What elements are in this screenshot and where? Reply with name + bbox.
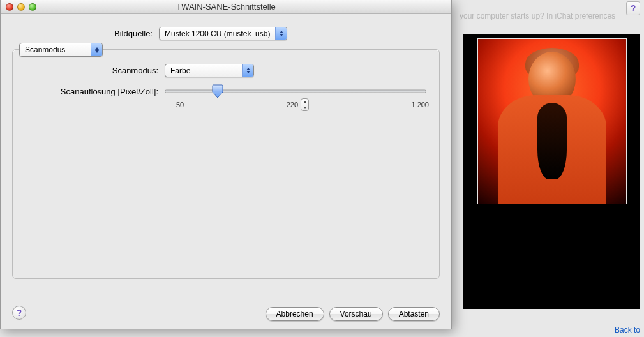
preview-button-label: Vorschau — [340, 310, 372, 318]
source-label: Bildquelle: — [12, 29, 159, 38]
resolution-slider[interactable] — [165, 86, 426, 96]
updown-icon — [242, 64, 253, 77]
resolution-max: 1 200 — [411, 101, 429, 109]
scan-preview-panel — [463, 34, 640, 309]
scan-button-label: Abtasten — [399, 310, 429, 318]
cancel-button-label: Abbrechen — [276, 310, 313, 318]
resolution-label: Scanauflösung [Pixel/Zoll]: — [23, 87, 165, 96]
dialog-help-button[interactable]: ? — [12, 306, 26, 320]
resolution-stepper[interactable] — [301, 98, 309, 111]
window-title: TWAIN-SANE-Schnittstelle — [1, 2, 451, 11]
cancel-button[interactable]: Abbrechen — [266, 307, 324, 321]
mode-select[interactable]: Farbe — [165, 64, 254, 77]
options-group: Scanmodus Scanmodus: Farbe Scanau — [12, 49, 440, 279]
slider-track — [165, 90, 426, 93]
mode-select-value: Farbe — [165, 66, 242, 75]
bg-faded-text: your computer starts up? In iChat prefer… — [460, 11, 644, 20]
back-link[interactable]: Back to — [615, 326, 640, 334]
source-select-value: Mustek 1200 CU (mustek_usb) — [160, 29, 275, 38]
scan-button[interactable]: Abtasten — [388, 307, 440, 321]
stepper-down-icon — [301, 105, 308, 111]
help-icon: ? — [17, 308, 22, 318]
tab-select[interactable]: Scanmodus — [19, 43, 103, 57]
tab-select-value: Scanmodus — [20, 45, 91, 54]
stepper-up-icon — [301, 99, 308, 105]
scan-preview-image — [477, 38, 627, 204]
minimize-button[interactable] — [17, 3, 25, 11]
resolution-value: 220 — [287, 101, 298, 109]
slider-thumb[interactable] — [212, 84, 223, 96]
source-select[interactable]: Mustek 1200 CU (mustek_usb) — [159, 27, 287, 40]
mode-label: Scanmodus: — [23, 66, 165, 75]
resolution-min: 50 — [176, 101, 184, 109]
twain-dialog: TWAIN-SANE-Schnittstelle Bildquelle: Mus… — [0, 0, 452, 329]
updown-icon — [275, 27, 287, 40]
updown-icon — [91, 43, 102, 56]
preview-button[interactable]: Vorschau — [329, 307, 383, 321]
titlebar: TWAIN-SANE-Schnittstelle — [1, 0, 451, 14]
close-button[interactable] — [6, 3, 13, 11]
zoom-button[interactable] — [29, 3, 36, 11]
